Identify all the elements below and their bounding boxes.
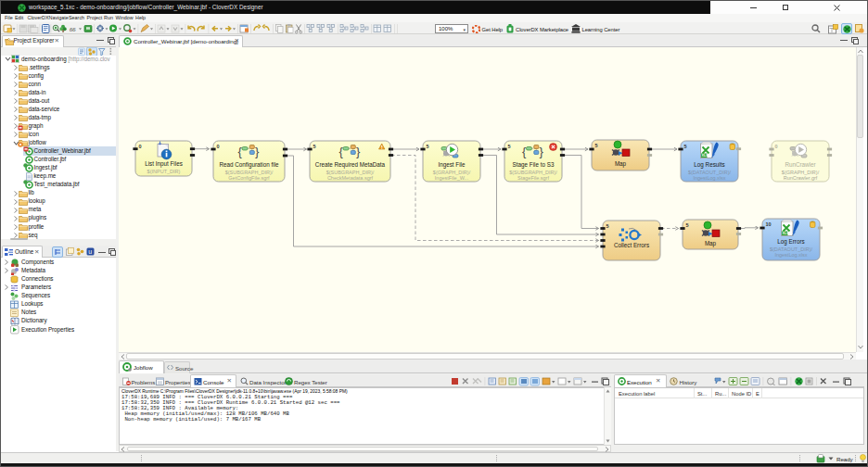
svg-text:0: 0 [775,144,778,149]
svg-text:}: } [356,145,361,158]
svg-text:{: { [522,145,527,158]
svg-text:Read Configuration file: Read Configuration file [219,161,279,169]
svg-text:u: u [88,248,92,255]
svg-text:5: 5 [508,144,511,149]
svg-text:Map: Map [705,240,717,247]
svg-text:$(SUBGRAPH_DIR)/: $(SUBGRAPH_DIR)/ [225,170,274,175]
svg-text:XLS: XLS [702,154,709,158]
svg-text:$(GRAPH_DIR)/: $(GRAPH_DIR)/ [433,170,471,175]
svg-text:5: 5 [427,144,429,149]
svg-text:GetConfigFile.sgrf: GetConfigFile.sgrf [228,175,270,181]
svg-text:66: 66 [70,25,76,32]
svg-text:Map: Map [615,160,627,168]
svg-text:Collect Errors: Collect Errors [614,242,649,248]
svg-text:Log Results: Log Results [694,161,724,169]
svg-text:Create Required MetaData: Create Required MetaData [315,161,386,169]
svg-text:}: } [255,145,260,158]
svg-text:10: 10 [766,221,772,227]
svg-text:0: 0 [217,144,220,149]
svg-text:{: { [339,145,344,158]
svg-text:Ingest File: Ingest File [438,161,466,169]
svg-text:$(GRAPH_DIR)/: $(GRAPH_DIR)/ [782,170,820,175]
svg-text:RunCrawler.grf: RunCrawler.grf [784,175,818,181]
svg-text:StageFile.sgrf: StageFile.sgrf [517,175,549,181]
svg-text:Stage File to S3: Stage File to S3 [513,161,555,169]
svg-text:0: 0 [139,144,142,149]
svg-text:IngestLog.xlsx: IngestLog.xlsx [774,252,807,258]
svg-text:5: 5 [595,143,598,148]
svg-text:$(DATAOUT_DIR)/: $(DATAOUT_DIR)/ [770,246,813,252]
svg-text:IngestFile_W...: IngestFile_W... [435,175,469,181]
svg-text:5: 5 [686,222,689,228]
svg-text:RunCrawler: RunCrawler [785,161,815,168]
svg-text:5: 5 [684,144,687,149]
svg-text:IngestLog.xlsx: IngestLog.xlsx [693,175,725,181]
svg-text:$(INPUT_DIR): $(INPUT_DIR) [147,169,181,174]
svg-text:List Input Files: List Input Files [145,160,183,168]
svg-text:$(SUBGRAPH_DIR)/: $(SUBGRAPH_DIR)/ [509,170,557,175]
svg-text:Log Errors: Log Errors [777,238,804,246]
svg-text:}: } [540,145,544,158]
svg-text:$(DATAOUT_DIR)/: $(DATAOUT_DIR)/ [688,170,732,175]
svg-text:CheckMetadata.sgrf: CheckMetadata.sgrf [327,175,374,181]
svg-text:5: 5 [606,223,609,229]
svg-text:5: 5 [313,144,316,149]
svg-text:XLS: XLS [783,232,790,235]
svg-text:$(SUBGRAPH_DIR)/: $(SUBGRAPH_DIR)/ [326,170,375,175]
svg-text:{: { [238,145,243,158]
